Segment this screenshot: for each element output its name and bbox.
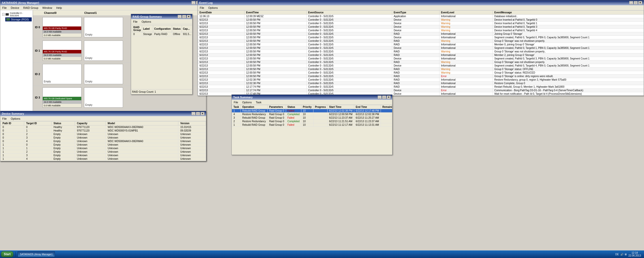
event-log-row[interactable]: 6/22/1312:00:58 PMController 0 - Si3132r… [198, 29, 644, 32]
drive-slot-3-ch0[interactable]: 465.76 GB Dedicated Spare 24.0 KB Availa… [43, 87, 82, 108]
col-eventdate[interactable]: EventDate [198, 11, 245, 15]
col-remaining[interactable]: Remaining [381, 105, 392, 109]
start-button[interactable]: Start [1, 251, 13, 257]
menu-device[interactable]: Device [10, 6, 20, 10]
event-log-row[interactable]: 6/22/1312:00:58 PMController 0 - Si3132r… [198, 71, 644, 75]
event-log-menu-options[interactable]: Options [207, 6, 219, 10]
task-summary-title-bar[interactable]: Task Summary _ □ ✕ [232, 95, 392, 100]
col-configuration[interactable]: Configuration [153, 25, 172, 32]
main-title-bar[interactable]: SATARAID5 (Array Manager) _ □ ✕ [0, 0, 206, 5]
device-row[interactable]: 12EmptyUnknownUnknownUnknown [1, 150, 206, 154]
event-log-title-bar[interactable]: Event Log _ □ ✕ [198, 0, 644, 5]
device-row[interactable]: 13EmptyUnknownUnknownUnknown [1, 154, 206, 157]
event-log-row[interactable]: 6/22/1312:00:58 PMController 0 - Si3132r… [198, 50, 644, 53]
device-table-container[interactable]: Path ID Target ID Status Capacity Model … [0, 121, 206, 161]
device-summary-close[interactable]: ✕ [200, 112, 205, 115]
event-log-row[interactable]: 6/22/1312:02:38 PMController 0 - Si3132r… [198, 78, 644, 82]
menu-window[interactable]: Window [41, 6, 53, 10]
drive-slot-2-ch0[interactable]: Empty [43, 64, 82, 84]
col-targetid[interactable]: Target ID [24, 121, 51, 125]
event-log-row[interactable]: 6/22/1312:02:38 PMController 0 - Si3132r… [198, 82, 644, 85]
event-log-row[interactable]: 6/22/1312:00:58 PMController 0 - Si3132r… [198, 64, 644, 68]
col-start-time[interactable]: Start Time [328, 105, 354, 109]
col-version[interactable]: Version [178, 121, 206, 125]
col-raid-status[interactable]: Status [172, 25, 182, 32]
device-summary-minimize[interactable]: _ [191, 112, 195, 115]
col-eventsource[interactable]: EventSource [307, 11, 392, 15]
task-menu-options[interactable]: Options [241, 101, 253, 104]
col-operation[interactable]: Operation [241, 105, 268, 109]
event-log-row[interactable]: 6/22/1312:17:74 PMController 0 - Si3132r… [198, 89, 644, 92]
task-row[interactable]: 4Restore RedundancyRaid Group 0Completed… [232, 113, 392, 116]
event-log-row[interactable]: 12.06.1312:00:39 MESZController 0 - Si31… [198, 15, 644, 18]
device-row[interactable]: 01Healthy976771120WDC WD5000YS-01MPB109.… [1, 129, 206, 133]
event-log-row[interactable]: 6/22/1312:00:58 PMController 0 - Si3132r… [198, 60, 644, 64]
taskbar-item-controller[interactable]: SATARAID5 (Array Manager) [18, 251, 55, 257]
device-row[interactable]: 14EmptyUnknownUnknownUnknown [1, 157, 206, 161]
tree-expand-icon[interactable]: - [2, 13, 5, 16]
col-label[interactable]: Label [142, 25, 153, 32]
event-log-maximize[interactable]: □ [634, 1, 638, 5]
drive-slot-0-ch0[interactable]: 465.76 GB Parity RAID 24.0 KB Available … [43, 17, 82, 37]
drive-slot-2-ch1[interactable]: Empty [84, 64, 123, 84]
event-log-menu-file[interactable]: File [199, 6, 205, 10]
col-cap[interactable]: Cap... [182, 25, 192, 32]
event-log-row[interactable]: 6/22/1312:00:58 PMController 0 - Si3132r… [198, 22, 644, 25]
col-status[interactable]: Status [51, 121, 75, 125]
event-log-row[interactable]: 6/22/1312:00:58 PMController 0 - Si3132r… [198, 36, 644, 39]
col-task[interactable]: Task [232, 105, 241, 109]
col-priority[interactable]: Priority [301, 105, 313, 109]
col-eventlevel[interactable]: EventLevel [439, 11, 493, 15]
menu-raid-group[interactable]: RAID Group [22, 6, 39, 10]
event-log-row[interactable]: 6/22/1312:00:58 PMController 0 - Si3132r… [198, 32, 644, 36]
raid-summary-title-bar[interactable]: RAID Group Summary _ □ ✕ [131, 14, 192, 19]
col-eventtime[interactable]: EventTime [245, 11, 307, 15]
raid-row[interactable]: 0StorageParity RAIDOffline931.5... [132, 32, 192, 36]
col-raid-group[interactable]: RAID Group [132, 25, 142, 32]
event-log-row[interactable]: 6/22/1312:00:58 PMController 0 - Si3132r… [198, 43, 644, 46]
task-close[interactable]: ✕ [387, 95, 391, 99]
event-log-row[interactable]: 6/22/1312:17:74 PMController 0 - Si3132r… [198, 85, 644, 89]
menu-file[interactable]: File [1, 6, 8, 10]
event-log-table-container[interactable]: EventDate EventTime EventSource EventTyp… [198, 10, 644, 95]
event-log-row[interactable]: 6/22/1312:00:58 PMController 0 - Si3132r… [198, 25, 644, 29]
task-row[interactable]: 3Rebuild RAID GroupRaid Group 0Failed106… [232, 116, 392, 120]
raid-menu-options[interactable]: Options [141, 20, 152, 23]
col-capacity[interactable]: Capacity [75, 121, 105, 125]
raid-minimize[interactable]: _ [178, 15, 182, 18]
device-row[interactable]: 00Healthy976771120WDC WD5000AAKX-00ERMA0… [1, 125, 206, 129]
device-row[interactable]: 02EmptyUnknownUnknownUnknown [1, 133, 206, 136]
raid-menu-file[interactable]: File [132, 20, 139, 23]
col-eventmessage[interactable]: EventMessage [493, 11, 644, 15]
col-task-status[interactable]: Status [286, 105, 301, 109]
menu-help[interactable]: Help [55, 6, 63, 10]
device-menu-file[interactable]: File [1, 117, 8, 120]
minimize-button[interactable]: _ [191, 1, 195, 5]
col-end-time[interactable]: End Time [354, 105, 381, 109]
event-log-close[interactable]: ✕ [638, 1, 642, 5]
event-log-row[interactable]: 6/22/1312:00:58 PMController 0 - Si3132r… [198, 57, 644, 60]
task-row[interactable]: 1Rebuild RAID GroupRaid Group 0Failed106… [232, 109, 392, 113]
sidebar-item-controller[interactable]: - Controller 0 - Si3132r5 [1, 11, 32, 17]
drive-slot-3-ch1[interactable]: Empty [84, 87, 123, 108]
drive-slot-0-ch1[interactable]: Empty [84, 17, 123, 37]
event-log-row[interactable]: 6/22/1312:00:58 PMController 0 - Si3132r… [198, 75, 644, 78]
task-maximize[interactable]: □ [382, 95, 386, 99]
task-menu-file[interactable]: File [233, 101, 239, 104]
task-table-container[interactable]: Task Operation Parameters Status Priorit… [232, 105, 392, 155]
sidebar-item-storage[interactable]: Storage (RG0) [5, 17, 32, 21]
raid-maximize[interactable]: □ [182, 15, 186, 18]
event-log-row[interactable]: 6/22/1312:00:58 PMController 0 - Si3132r… [198, 46, 644, 50]
task-row[interactable]: 1Rebuild RAID GroupRaid Group 0Failed106… [232, 123, 392, 127]
event-log-row[interactable]: 6/22/1312:00:58 PMController 0 - Si3132r… [198, 68, 644, 71]
device-summary-title-bar[interactable]: Device Summary _ □ ✕ [0, 111, 206, 116]
col-parameters[interactable]: Parameters [268, 105, 286, 109]
event-log-row[interactable]: 6/22/1312:00:58 PMController 0 - Si3132r… [198, 53, 644, 57]
drive-slot-1-ch0[interactable]: 465.76 GB Parity RAID 24.0 KB Available … [43, 41, 82, 61]
drive-slot-1-ch1[interactable]: Empty [84, 41, 123, 61]
device-summary-maximize[interactable]: □ [196, 112, 200, 115]
task-menu-task[interactable]: Task [255, 101, 263, 104]
task-row[interactable]: 2Restore RedundancyRaid Group 0Completed… [232, 120, 392, 123]
raid-close[interactable]: ✕ [187, 15, 191, 18]
device-row[interactable]: 04EmptyUnknownWDC WD5000AAKX-00ERMA0Unkn… [1, 140, 206, 143]
